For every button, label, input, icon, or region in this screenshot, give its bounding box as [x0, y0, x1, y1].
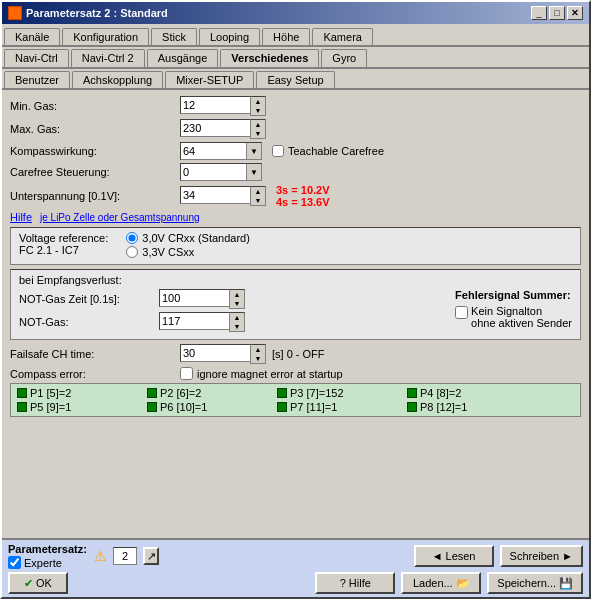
- voltage-3s: 3s = 10.2V: [276, 184, 330, 196]
- max-gas-down[interactable]: ▼: [251, 129, 265, 138]
- radio-33v[interactable]: [126, 246, 138, 258]
- tab-row-1: Kanäle Konfiguration Stick Looping Höhe …: [2, 26, 589, 45]
- warning-icon: ⚠: [94, 548, 107, 564]
- compass-checkbox[interactable]: [180, 367, 193, 380]
- tab-stick[interactable]: Stick: [151, 28, 197, 45]
- lesen-button[interactable]: ◄ Lesen: [414, 545, 494, 567]
- lesen-label: Lesen: [446, 550, 476, 562]
- compass-label: Compass error:: [10, 368, 180, 380]
- max-gas-up[interactable]: ▲: [251, 120, 265, 129]
- teachable-checkbox[interactable]: [272, 145, 284, 157]
- not-gas-zeit-up[interactable]: ▲: [230, 290, 244, 299]
- p3-indicator: P3 [7]=152: [275, 386, 405, 400]
- failsafe-input[interactable]: [180, 344, 250, 362]
- not-gas-input[interactable]: [159, 312, 229, 330]
- carefree-label: Carefree Steuerung:: [10, 166, 180, 178]
- tab-looping[interactable]: Looping: [199, 28, 260, 45]
- tab-row-3: Benutzer Achskopplung Mixer-SETUP Easy S…: [2, 69, 589, 88]
- tab-verschiedenes[interactable]: Verschiedenes: [220, 49, 319, 67]
- kompass-label: Kompasswirkung:: [10, 145, 180, 157]
- not-gas-down[interactable]: ▼: [230, 322, 244, 331]
- speichern-icon: 💾: [559, 577, 573, 590]
- kompass-input[interactable]: [180, 142, 246, 160]
- p6-dot: [147, 402, 157, 412]
- warning-detail-btn[interactable]: ↗: [143, 547, 159, 565]
- radio-3v[interactable]: [126, 232, 138, 244]
- p4-dot: [407, 388, 417, 398]
- tab-konfiguration[interactable]: Konfiguration: [62, 28, 149, 45]
- p2-indicator: P2 [6]=2: [145, 386, 275, 400]
- ok-button[interactable]: ✔ OK: [8, 572, 68, 594]
- p-indicators: P1 [5]=2 P2 [6]=2 P3 [7]=152 P4 [8]=2 P5…: [10, 383, 581, 417]
- carefree-dropdown-btn[interactable]: ▼: [246, 163, 262, 181]
- carefree-row: Carefree Steuerung: ▼: [10, 163, 581, 181]
- tab-mixer-setup[interactable]: Mixer-SETUP: [165, 71, 254, 88]
- max-gas-input[interactable]: [180, 119, 250, 137]
- hilfe-button[interactable]: ? Hilfe: [315, 572, 395, 594]
- lipo-info[interactable]: je LiPo Zelle oder Gesamtspannung: [40, 212, 200, 223]
- tab-kamera[interactable]: Kamera: [312, 28, 373, 45]
- not-gas-zeit-down[interactable]: ▼: [230, 299, 244, 308]
- hilfe-link[interactable]: Hilfe: [10, 211, 32, 223]
- content-area: Min. Gas: ▲ ▼ Max. Gas: ▲ ▼ Kompas: [2, 90, 589, 538]
- not-gas-up[interactable]: ▲: [230, 313, 244, 322]
- radio-3v-label: 3,0V CRxx (Standard): [142, 232, 250, 244]
- min-gas-down[interactable]: ▼: [251, 106, 265, 115]
- hilfe-label: Hilfe: [349, 577, 371, 589]
- bottom-row-2: ✔ OK ? Hilfe Laden... 📂 Speichern... 💾: [8, 572, 583, 594]
- schreiben-button[interactable]: Schreiben ►: [500, 545, 583, 567]
- unterspannung-down[interactable]: ▼: [251, 196, 265, 205]
- tab-benutzer[interactable]: Benutzer: [4, 71, 70, 88]
- kompass-dropdown-btn[interactable]: ▼: [246, 142, 262, 160]
- failsafe-up[interactable]: ▲: [251, 345, 265, 354]
- title-bar: Parametersatz 2 : Standard _ □ ✕: [2, 2, 589, 24]
- speichern-label: Speichern...: [497, 577, 556, 589]
- tab-navictrl2[interactable]: Navi-Ctrl 2: [71, 49, 145, 67]
- tab-kanaele[interactable]: Kanäle: [4, 28, 60, 45]
- experte-label: Experte: [24, 557, 62, 569]
- tab-gyro[interactable]: Gyro: [321, 49, 367, 67]
- min-gas-input[interactable]: [180, 96, 250, 114]
- min-gas-up[interactable]: ▲: [251, 97, 265, 106]
- p6-indicator: P6 [10]=1: [145, 400, 275, 414]
- min-gas-row: Min. Gas: ▲ ▼: [10, 96, 581, 116]
- compass-row: Compass error: ignore magnet error at st…: [10, 367, 581, 380]
- p4-indicator: P4 [8]=2: [405, 386, 535, 400]
- minimize-button[interactable]: _: [531, 6, 547, 20]
- unterspannung-label: Unterspannung [0.1V]:: [10, 190, 180, 202]
- experte-group: Experte: [8, 556, 88, 569]
- teachable-label: Teachable Carefree: [288, 145, 384, 157]
- voltage-radios: 3,0V CRxx (Standard) 3,3V CSxx: [126, 232, 250, 260]
- tab-navictrl[interactable]: Navi-Ctrl: [4, 49, 69, 67]
- p7-dot: [277, 402, 287, 412]
- tab-ausgaenge[interactable]: Ausgänge: [147, 49, 219, 67]
- laden-button[interactable]: Laden... 📂: [401, 572, 481, 594]
- speichern-button[interactable]: Speichern... 💾: [487, 572, 583, 594]
- not-gas-zeit-input[interactable]: [159, 289, 229, 307]
- p7-indicator: P7 [11]=1: [275, 400, 405, 414]
- voltage-ref-labels: Voltage reference: FC 2.1 - IC7: [19, 232, 108, 256]
- unterspannung-up[interactable]: ▲: [251, 187, 265, 196]
- app-icon: [8, 6, 22, 20]
- tab-hoehe[interactable]: Höhe: [262, 28, 310, 45]
- close-button[interactable]: ✕: [567, 6, 583, 20]
- not-gas-fields: NOT-Gas Zeit [0.1s]: ▲ ▼ NOT-Gas:: [19, 289, 445, 335]
- param-label: Parametersatz:: [8, 543, 88, 555]
- ok-label: OK: [36, 577, 52, 589]
- experte-checkbox[interactable]: [8, 556, 21, 569]
- not-gas-main-row: NOT-Gas Zeit [0.1s]: ▲ ▼ NOT-Gas:: [19, 289, 572, 335]
- failsafe-down[interactable]: ▼: [251, 354, 265, 363]
- radio-row-1: 3,0V CRxx (Standard): [126, 232, 250, 244]
- compass-checkbox-label: ignore magnet error at startup: [197, 368, 343, 380]
- unterspannung-spinner: ▲ ▼: [180, 186, 266, 206]
- maximize-button[interactable]: □: [549, 6, 565, 20]
- kein-signalton-checkbox[interactable]: [455, 306, 468, 319]
- tab-easy-setup[interactable]: Easy Setup: [256, 71, 334, 88]
- unterspannung-input[interactable]: [180, 186, 250, 204]
- bottom-bar: Parametersatz: Experte ⚠ 2 ↗ ◄ Lesen Sch…: [2, 538, 589, 597]
- carefree-input[interactable]: [180, 163, 246, 181]
- kein-signal-text: Kein Signalton ohne aktiven Sender: [471, 305, 572, 329]
- empfang-label: bei Empfangsverlust:: [19, 274, 572, 286]
- p2-dot: [147, 388, 157, 398]
- tab-achskopplung[interactable]: Achskopplung: [72, 71, 163, 88]
